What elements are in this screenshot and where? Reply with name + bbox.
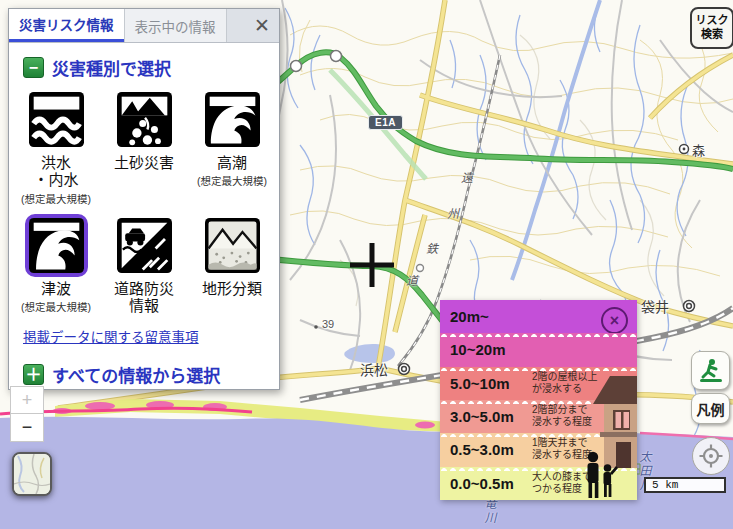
- legend-toggle-label: 凡例: [697, 399, 725, 419]
- overview-map-thumbnail-icon: [14, 454, 50, 494]
- legend-depth-desc: 2階の屋根以上 が浸水する: [532, 371, 598, 395]
- legend-depth-label: 0.5~3.0m: [450, 441, 514, 458]
- storm-surge-icon: [205, 92, 260, 147]
- minus-icon: −: [29, 60, 38, 76]
- map-label-tenryu-river: 竜川: [481, 497, 498, 525]
- legend-toggle-button[interactable]: 凡例: [691, 393, 730, 424]
- hazard-note: (想定最大規模): [21, 191, 91, 206]
- close-icon: ×: [610, 313, 619, 329]
- legend-row: 20m~ ×: [440, 300, 637, 333]
- legend-close-button[interactable]: ×: [601, 307, 628, 334]
- running-person-icon: [697, 357, 725, 385]
- scale-label: 5 km: [652, 479, 678, 491]
- plus-icon: +: [22, 390, 33, 411]
- tsunami-depth-legend: 20m~ × 10~20m 5.0~10m 2階の屋根以上 が浸水する 3.0~…: [440, 300, 637, 500]
- zoom-in-button[interactable]: +: [10, 386, 44, 415]
- gps-target-icon: [698, 443, 724, 469]
- hazard-terrain-classification[interactable]: 地形分類: [188, 214, 276, 317]
- hazard-label: 土砂災害: [114, 154, 174, 171]
- minus-icon: −: [22, 417, 33, 438]
- select-all-info-action[interactable]: ＋ すべての情報から選択: [23, 362, 279, 387]
- tab-label: 表示中の情報: [135, 16, 216, 36]
- map-label-spot-elevation: 39: [322, 318, 334, 330]
- legend-depth-label: 20m~: [450, 308, 489, 325]
- legend-depth-label: 3.0~5.0m: [450, 408, 514, 425]
- legend-depth-label: 0.0~0.5m: [450, 475, 514, 492]
- hazard-tsunami[interactable]: 津波 (想定最大規模): [12, 214, 100, 317]
- legend-depth-desc: 大人の膝まで つかる程度: [532, 471, 592, 495]
- map-label-hamamatsu: 浜松: [360, 359, 388, 379]
- railway-name-char: 鉄: [426, 239, 438, 256]
- legend-depth-label: 10~20m: [450, 341, 505, 358]
- map-scale-bar: 5 km: [644, 477, 726, 493]
- legend-depth-desc: 2階部分まで 浸水する程度: [532, 404, 592, 428]
- railway-name-char: 道: [406, 271, 418, 288]
- hazard-type-grid: 洪水 ・内水 (想定最大規模) 土砂災害: [9, 88, 279, 316]
- risk-search-button[interactable]: リスク 検索: [690, 7, 733, 49]
- railway-name-char: 遠: [461, 168, 473, 185]
- tsunami-icon: [29, 218, 84, 273]
- overview-map-button[interactable]: [12, 452, 52, 496]
- data-notes-link[interactable]: 掲載データに関する留意事項: [23, 326, 279, 346]
- landslide-icon: [117, 92, 172, 147]
- hazard-storm-surge[interactable]: 高潮 (想定最大規模): [188, 88, 276, 206]
- legend-row: 10~20m: [440, 333, 637, 366]
- expand-section-button[interactable]: ＋: [23, 364, 44, 385]
- tab-disaster-risk-info[interactable]: 災害リスク情報: [9, 9, 124, 42]
- hazard-landslide[interactable]: 土砂災害: [100, 88, 188, 206]
- map-label-fukuroi: 袋井: [641, 296, 669, 316]
- legend-row: 0.0~0.5m 大人の膝まで つかる程度: [440, 467, 637, 500]
- section-title: 災害種別で選択: [52, 55, 171, 80]
- road-shield-e1a: E1A: [368, 115, 403, 130]
- hazard-label: 地形分類: [202, 280, 262, 297]
- map-label-mori: 森: [692, 140, 705, 159]
- tab-displayed-info[interactable]: 表示中の情報: [124, 9, 227, 42]
- tab-label: 災害リスク情報: [19, 14, 114, 34]
- legend-depth-label: 5.0~10m: [450, 375, 510, 392]
- app-window: 森 袋井 浜松 39 E1A 遠 州 鉄 道 太田川 竜川 20m~ × 10~…: [0, 0, 733, 529]
- plus-icon: ＋: [25, 367, 41, 383]
- hazard-label: 津波: [41, 280, 71, 297]
- current-location-button[interactable]: [692, 437, 730, 475]
- legend-depth-desc: 1階天井まで 浸水する程度: [532, 437, 592, 461]
- close-icon: ✕: [254, 14, 270, 37]
- legend-row: 3.0~5.0m 2階部分まで 浸水する程度: [440, 400, 637, 433]
- select-all-label: すべての情報から選択: [52, 362, 220, 387]
- road-disaster-icon: [117, 218, 172, 273]
- legend-row: 5.0~10m 2階の屋根以上 が浸水する: [440, 367, 637, 400]
- hazard-label: 高潮: [217, 154, 247, 171]
- panel-close-button[interactable]: ✕: [245, 9, 279, 42]
- collapse-section-button[interactable]: −: [23, 57, 44, 78]
- railway-name-char: 州: [447, 204, 459, 221]
- hazard-note: (想定最大規模): [197, 173, 267, 188]
- disaster-risk-panel: 災害リスク情報 表示中の情報 ✕ − 災害種別で選択: [8, 8, 280, 390]
- panel-tabs: 災害リスク情報 表示中の情報 ✕: [9, 9, 279, 43]
- terrain-classification-icon: [205, 218, 260, 273]
- hazard-flood[interactable]: 洪水 ・内水 (想定最大規模): [12, 88, 100, 206]
- hazard-label: 道路防災 情報: [114, 280, 174, 315]
- hazard-note: (想定最大規模): [21, 299, 91, 314]
- evacuation-site-button[interactable]: [691, 351, 730, 390]
- flood-icon: [29, 92, 84, 147]
- zoom-out-button[interactable]: −: [10, 413, 44, 442]
- legend-row: 0.5~3.0m 1階天井まで 浸水する程度: [440, 433, 637, 466]
- hazard-label: 洪水 ・内水: [33, 154, 78, 189]
- hazard-road-disaster[interactable]: 道路防災 情報: [100, 214, 188, 317]
